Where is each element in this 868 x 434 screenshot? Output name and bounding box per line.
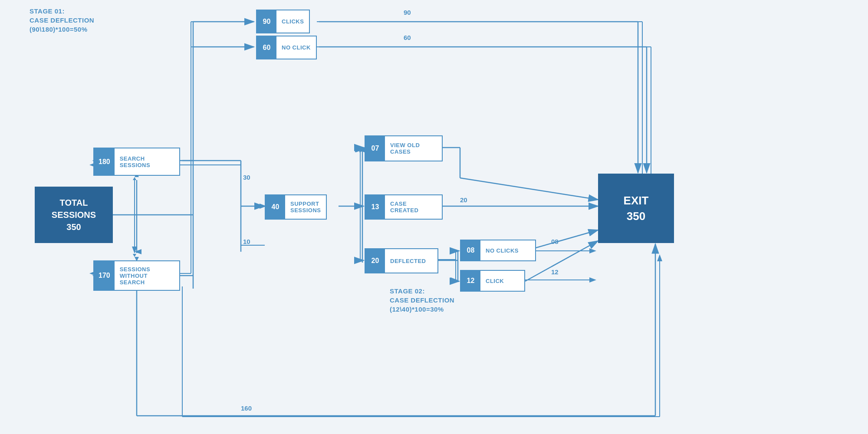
search-sessions-node: 180 SEARCHSESSIONS: [93, 148, 180, 176]
search-sessions-badge: 180: [94, 148, 115, 175]
support-sessions-label: SUPPORTSESSIONS: [285, 195, 326, 219]
case-created-badge: 13: [365, 195, 385, 219]
view-old-cases-label: VIEW OLDCASES: [385, 136, 425, 161]
view-old-cases-badge: 07: [365, 136, 385, 161]
exit-node: EXIT350: [598, 174, 674, 243]
flow-num-160: 160: [241, 404, 252, 412]
clicks-label: CLICKS: [276, 10, 309, 33]
clicks-badge: 90: [257, 10, 276, 33]
sessions-without-search-node: 170 SESSIONSWITHOUTSEARCH: [93, 260, 180, 291]
total-sessions-node: TOTAL SESSIONS 350: [35, 187, 113, 243]
click2-label: CLICK: [480, 271, 509, 291]
click2-node: 12 CLICK: [460, 270, 525, 292]
no-click-badge: 60: [257, 36, 276, 59]
flow-num-90: 90: [404, 9, 411, 16]
view-old-cases-node: 07 VIEW OLDCASES: [365, 135, 443, 161]
svg-line-65: [525, 241, 598, 281]
case-created-label: CASECREATED: [385, 195, 424, 219]
sessions-without-badge: 170: [94, 261, 115, 290]
stage02-label: STAGE 02:CASE DEFLECTION(12\40)*100=30%: [390, 286, 454, 314]
search-sessions-label: SEARCHSESSIONS: [115, 148, 155, 175]
deflected-label: DEFLECTED: [385, 249, 431, 273]
flow-num-20: 20: [460, 196, 467, 204]
clicks-node: 90 CLICKS: [256, 10, 310, 33]
sessions-without-label: SESSIONSWITHOUTSEARCH: [115, 261, 155, 290]
deflected-badge: 20: [365, 249, 385, 273]
click2-badge: 12: [461, 271, 480, 291]
stage01-label: STAGE 01:CASE DEFLECTION(90\180)*100=50%: [30, 7, 94, 34]
no-click-label: NO CLICK: [276, 36, 316, 59]
flow-num-10: 10: [243, 238, 250, 245]
svg-line-71: [460, 178, 598, 200]
no-clicks2-badge: 08: [461, 240, 480, 260]
no-clicks2-label: NO CLICKS: [480, 240, 524, 260]
total-sessions-label: TOTAL SESSIONS 350: [43, 197, 104, 233]
svg-marker-10: [133, 254, 136, 257]
exit-label: EXIT350: [624, 193, 649, 224]
svg-line-64: [525, 230, 598, 251]
flow-num-08: 08: [551, 238, 559, 245]
svg-marker-9: [133, 177, 136, 180]
flow-num-60: 60: [404, 34, 411, 41]
no-clicks2-node: 08 NO CLICKS: [460, 240, 536, 261]
deflected-node: 20 DEFLECTED: [365, 248, 438, 273]
support-sessions-badge: 40: [266, 195, 285, 219]
no-click-node: 60 NO CLICK: [256, 36, 317, 59]
flow-num-12: 12: [551, 268, 559, 276]
case-created-node: 13 CASECREATED: [365, 194, 443, 220]
flow-num-30: 30: [243, 174, 250, 181]
support-sessions-node: 40 SUPPORTSESSIONS: [265, 194, 327, 220]
